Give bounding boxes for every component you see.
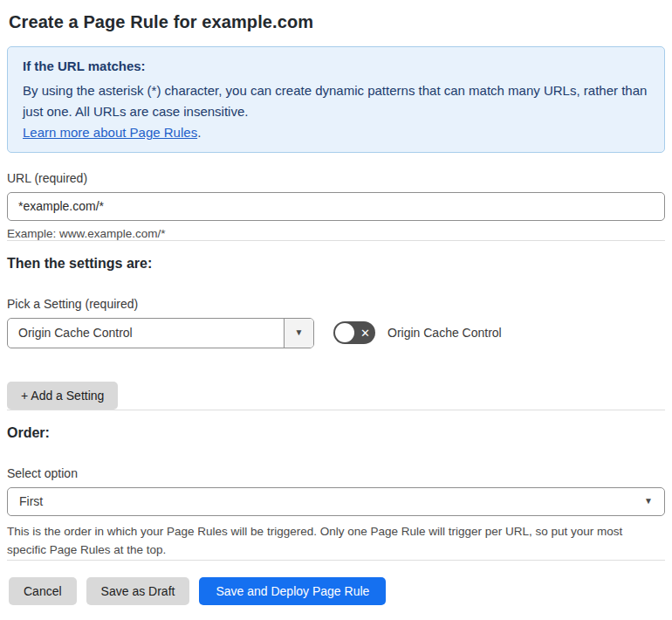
setting-row: Origin Cache Control ▼ ✕ Origin Cache Co… (7, 318, 665, 348)
url-example-text: Example: www.example.com/* (7, 227, 665, 240)
setting-select[interactable]: Origin Cache Control ▼ (7, 318, 314, 348)
page-rule-form: Create a Page Rule for example.com If th… (0, 0, 672, 605)
cancel-button[interactable]: Cancel (9, 577, 77, 605)
order-select-value: First (19, 494, 43, 508)
setting-select-arrow-button[interactable]: ▼ (284, 319, 313, 348)
order-select-label: Select option (7, 466, 665, 480)
page-title: Create a Page Rule for example.com (9, 12, 663, 32)
info-box-heading: If the URL matches: (23, 59, 649, 73)
url-input[interactable] (7, 192, 665, 221)
info-box-link-line: Learn more about Page Rules. (23, 125, 649, 140)
save-as-draft-button[interactable]: Save as Draft (86, 577, 190, 605)
save-and-deploy-button[interactable]: Save and Deploy Page Rule (199, 577, 386, 605)
order-section-heading: Order: (7, 425, 665, 441)
origin-cache-control-toggle[interactable]: ✕ (333, 321, 375, 344)
chevron-down-icon: ▼ (295, 328, 304, 337)
toggle-label: Origin Cache Control (387, 326, 502, 340)
settings-section-heading: Then the settings are: (7, 256, 665, 272)
chevron-down-icon: ▼ (644, 497, 653, 506)
pick-setting-label: Pick a Setting (required) (7, 297, 665, 311)
order-help-text: This is the order in which your Page Rul… (7, 522, 657, 560)
url-field-label: URL (required) (7, 171, 665, 185)
divider (7, 560, 665, 561)
learn-more-link[interactable]: Learn more about Page Rules (23, 125, 197, 140)
footer-actions: Cancel Save as Draft Save and Deploy Pag… (7, 577, 665, 605)
order-select[interactable]: First ▼ (7, 487, 665, 516)
toggle-off-x-icon: ✕ (360, 327, 370, 339)
link-period: . (197, 125, 201, 140)
divider (7, 410, 665, 410)
info-box-body: By using the asterisk (*) character, you… (23, 80, 649, 123)
add-setting-button[interactable]: + Add a Setting (7, 382, 118, 410)
setting-select-value: Origin Cache Control (8, 319, 284, 348)
divider (7, 240, 665, 241)
toggle-knob (335, 323, 354, 342)
url-match-info-box: If the URL matches: By using the asteris… (7, 46, 665, 153)
